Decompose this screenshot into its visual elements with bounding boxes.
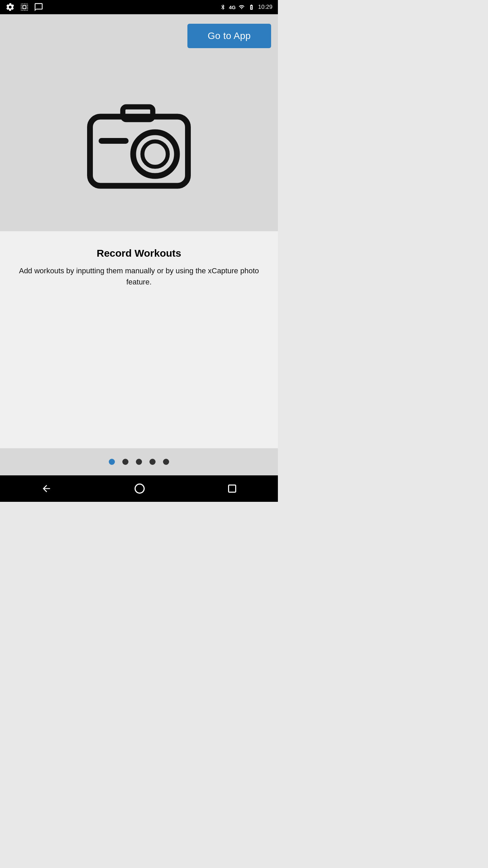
pagination-bar [0,448,278,475]
android-nav-bar [0,475,278,502]
recents-button[interactable] [227,484,237,493]
back-button[interactable] [41,483,52,494]
status-bar: 4G 10:29 [0,0,278,14]
status-bar-left-icons [5,2,43,12]
bottom-section: Record Workouts Add workouts by inputtin… [0,231,278,448]
svg-point-3 [133,132,177,176]
svg-rect-1 [123,107,152,119]
signal-icon [238,4,245,10]
slide-title: Record Workouts [10,248,268,259]
battery-icon [248,4,255,10]
svg-rect-0 [90,117,188,186]
pagination-dot-2[interactable] [122,459,128,465]
svg-rect-6 [228,485,236,492]
go-to-app-button[interactable]: Go to App [187,24,271,48]
status-time: 10:29 [258,4,272,11]
pagination-dot-3[interactable] [136,459,142,465]
settings-icon [5,2,15,12]
top-section: Go to App [0,14,278,231]
message-icon [34,2,43,12]
pagination-dot-4[interactable] [149,459,156,465]
bluetooth-icon [220,3,226,11]
svg-rect-2 [99,138,128,144]
svg-point-4 [142,141,168,167]
home-button[interactable] [134,483,145,494]
camera-illustration [0,48,278,231]
recents-icon [227,484,237,493]
task-icon [20,2,29,12]
pagination-dot-5[interactable] [163,459,169,465]
slide-description: Add workouts by inputting them manually … [10,265,268,288]
svg-point-5 [135,484,144,493]
status-bar-right-icons: 4G 10:29 [220,3,272,11]
camera-icon [81,89,197,191]
home-icon [134,483,145,494]
back-icon [41,483,52,494]
network-label: 4G [229,4,236,10]
pagination-dot-1[interactable] [109,459,115,465]
